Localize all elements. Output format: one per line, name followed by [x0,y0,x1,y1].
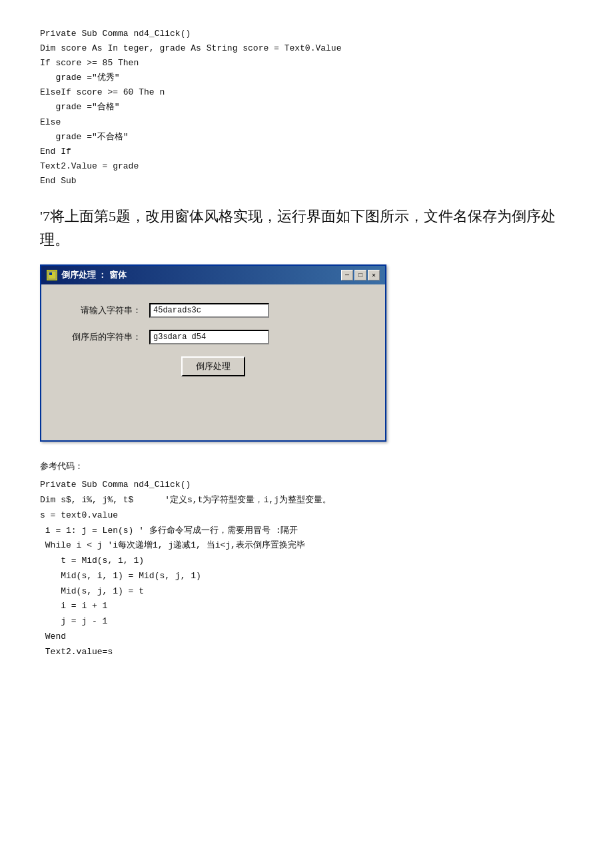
input1-row: 请输入字符串： [68,303,358,318]
window-icon [47,270,57,280]
input1-field[interactable] [149,303,269,318]
label-input2: 倒序后的字符串： [68,331,141,343]
button-row: 倒序处理 [68,356,358,376]
code-line: Private Sub Comma nd4_Click() Dim score … [40,29,341,186]
ref-label: 参考代码： [40,460,573,472]
window-simulation: 倒序处理 ： 窗体 ─ □ ✕ 请输入字符串： 倒序后的字符串： 倒序处理 [40,264,386,442]
window-title: 倒序处理 ： 窗体 [61,269,127,281]
titlebar-left: 倒序处理 ： 窗体 [47,269,127,281]
code-block-2: Private Sub Comma nd4_Click() Dim s$, i%… [40,478,573,659]
close-button[interactable]: ✕ [368,270,380,280]
minimize-button[interactable]: ─ [341,270,353,280]
description-text: '7将上面第5题，改用窗体风格实现，运行界面如下图所示，文件名保存为倒序处理。 [40,205,573,251]
window-titlebar: 倒序处理 ： 窗体 ─ □ ✕ [41,266,385,284]
maximize-button[interactable]: □ [354,270,366,280]
code2-content: Private Sub Comma nd4_Click() Dim s$, i%… [40,480,331,656]
input2-field[interactable] [149,330,269,344]
window-padding [68,376,358,416]
input2-row: 倒序后的字符串： [68,330,358,344]
code-block-1: Private Sub Comma nd4_Click() Dim score … [40,27,573,189]
titlebar-buttons: ─ □ ✕ [341,270,380,280]
reverse-button[interactable]: 倒序处理 [181,356,245,376]
window-body: 请输入字符串： 倒序后的字符串： 倒序处理 [41,284,385,440]
svg-rect-1 [49,272,52,275]
label-input1: 请输入字符串： [68,304,141,316]
